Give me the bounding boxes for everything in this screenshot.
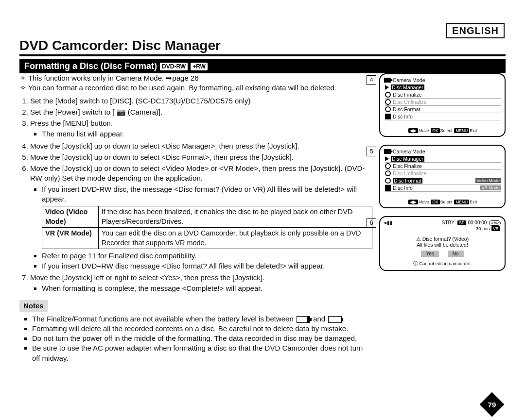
screen-footer: ◀▶Move OKSelect MENUExit xyxy=(384,200,501,204)
stby-label: STBY xyxy=(442,220,455,225)
bullet-diamond-icon: ✧ xyxy=(19,83,26,93)
play-icon xyxy=(385,156,389,161)
step-3-sub: The menu list will appear. xyxy=(42,129,372,139)
table-row: VR (VR Mode) You can edit the disc on a … xyxy=(42,228,372,249)
disc-icon xyxy=(385,178,391,184)
screen-4-header: Camera Mode xyxy=(393,77,425,83)
page-number-badge: 79 xyxy=(480,392,505,417)
step-2: Set the [Power] switch to [ 📷 (Camera)]. xyxy=(30,107,372,117)
menu-icon: MENU xyxy=(454,200,469,204)
nav-icon: ◀▶ xyxy=(408,200,418,204)
rec-indicator-icon: ●▮▮ xyxy=(384,220,393,225)
step-3-text: Press the [MENU] button. xyxy=(30,119,113,127)
intro-line-1: This function works only in Camera Mode.… xyxy=(28,74,199,82)
step-1: Set the [Mode] switch to [DISC]. (SC-DC1… xyxy=(30,96,372,106)
figure-number-4: 4 xyxy=(367,75,376,85)
camera-icon xyxy=(384,149,391,154)
menu-item: Disc Info xyxy=(393,185,413,191)
vr-badge: VR xyxy=(491,226,500,231)
remain-time: 30 min xyxy=(476,226,490,231)
mode-desc-video: If the disc has been finalized, it enabl… xyxy=(98,206,372,228)
sp-badge: SP xyxy=(457,220,466,225)
info-icon xyxy=(385,185,391,191)
step-6: Move the [Joystick] up or down to select… xyxy=(30,164,372,271)
menu-icon: MENU xyxy=(454,128,469,133)
camera-icon xyxy=(384,78,391,83)
disc-icon xyxy=(385,99,391,105)
rw-badge: -RW xyxy=(489,220,501,226)
menu-screen-4: Camera Mode Disc Manager Disc Finalize D… xyxy=(379,73,506,137)
screen-footer: ◀▶Move OKSelect MENUExit xyxy=(384,128,501,133)
figure-number-6: 6 xyxy=(367,218,376,228)
menu-item: Disc Manager xyxy=(391,156,424,162)
step-4: Move the [Joystick] up or down to select… xyxy=(30,141,372,151)
step-6-text: Move the [Joystick] up or down to select… xyxy=(30,164,365,182)
step-7-sub: When formatting is complete, the message… xyxy=(42,284,372,293)
menu-item-disabled: Disc Unfinalize xyxy=(393,99,426,105)
nav-icon: ◀▶ xyxy=(408,128,418,133)
mode-desc-vr: You can edit the disc on a DVD Camcorder… xyxy=(98,228,372,249)
yes-button: Yes xyxy=(421,251,438,257)
confirm-screen-6: ●▮▮ STBY SP 00:00:00 -RW 30 min VR ⚠ xyxy=(379,216,506,271)
notes-list: The Finalize/Format functions are not av… xyxy=(25,314,372,363)
mode-label-video: Video (Video Mode) xyxy=(42,206,99,228)
steps-list: Set the [Mode] switch to [DISC]. (SC-DC1… xyxy=(20,96,372,294)
menu-item: Disc Format xyxy=(393,106,420,112)
battery-low-icon xyxy=(297,316,310,323)
disc-icon xyxy=(385,92,391,98)
note-4: Be sure to use the AC power adapter when… xyxy=(32,343,372,363)
section-tag-plus-rw: +RW xyxy=(191,63,208,70)
figure-5: 5 Camera Mode Disc Manager Disc Finalize… xyxy=(379,145,506,208)
notes-label: Notes xyxy=(19,300,48,312)
confirm-msg-2: All files will be deleted! xyxy=(417,242,468,248)
play-icon xyxy=(385,85,389,90)
menu-item-disabled: Disc Unfinalize xyxy=(393,170,426,176)
mode-video-label: Video Mode xyxy=(475,178,501,183)
figure-number-5: 5 xyxy=(367,147,376,156)
table-row: Video (Video Mode) If the disc has been … xyxy=(42,206,372,228)
bullet-diamond-icon: ✧ xyxy=(19,73,26,83)
page-number: 79 xyxy=(488,401,496,409)
step-3: Press the [MENU] button. The menu list w… xyxy=(30,118,372,139)
disc-icon xyxy=(385,170,391,176)
section-tag-dvd-rw: DVD-RW xyxy=(160,63,188,70)
menu-screen-5: Camera Mode Disc Manager Disc Finalize D… xyxy=(379,145,506,208)
info-icon: ⓘ xyxy=(413,261,418,266)
section-header-text: Formatting a Disc (Disc Format) xyxy=(24,61,157,71)
page-title: DVD Camcorder: Disc Manager xyxy=(19,38,506,56)
disc-icon xyxy=(385,163,391,169)
instructions-column: ✧ This function works only in Camera Mod… xyxy=(19,73,372,363)
mode-label-vr: VR (VR Mode) xyxy=(42,228,99,249)
warning-icon: ⚠ xyxy=(416,236,421,242)
step-5: Move the [Joystick] up or down to select… xyxy=(30,152,372,162)
ok-icon: OK xyxy=(431,200,439,204)
info-icon xyxy=(385,114,391,119)
battery-empty-icon xyxy=(328,316,342,323)
time-counter: 00:00:00 xyxy=(468,220,487,225)
menu-item: Disc Finalize xyxy=(393,163,422,169)
figures-column: 4 Camera Mode Disc Manager Disc Finalize… xyxy=(379,73,506,363)
screen-6-footnote: Cannot edit in camcorder. xyxy=(419,261,472,266)
note-1: The Finalize/Format functions are not av… xyxy=(32,314,372,324)
menu-item: Disc Manager xyxy=(391,84,424,90)
menu-item: Disc Info xyxy=(393,114,413,119)
menu-item: Disc Finalize xyxy=(393,92,422,98)
step-6-after-1: Refer to page 11 for Finalized disc comp… xyxy=(42,251,372,261)
language-box: ENGLISH xyxy=(446,23,505,38)
menu-item-selected: Disc Format xyxy=(393,178,422,184)
step-7: Move the [Joystick] left or right to sel… xyxy=(30,273,372,294)
figure-4: 4 Camera Mode Disc Manager Disc Finalize… xyxy=(379,73,506,137)
confirm-msg-1: Disc format? (Video) xyxy=(422,236,469,242)
intro-line-2: You can format a recorded disc to be use… xyxy=(28,84,336,92)
step-7-text: Move the [Joystick] left or right to sel… xyxy=(30,273,264,282)
no-button: No xyxy=(448,251,464,257)
note-2: Formatting will delete all the recorded … xyxy=(32,324,372,334)
mode-vr-label: VR Mode xyxy=(480,185,501,190)
section-header-bar: Formatting a Disc (Disc Format) DVD-RW +… xyxy=(19,59,506,73)
note-3: Do not turn the power off in the middle … xyxy=(32,334,372,343)
figure-6: 6 ●▮▮ STBY SP 00:00:00 -RW 30 min VR xyxy=(379,216,506,271)
step-6-after-2: If you insert DVD+RW disc message <Disc … xyxy=(42,261,372,271)
ok-icon: OK xyxy=(431,128,439,133)
step-6-sub: If you insert DVD-RW disc, the message <… xyxy=(42,185,372,204)
disc-icon xyxy=(385,106,391,112)
